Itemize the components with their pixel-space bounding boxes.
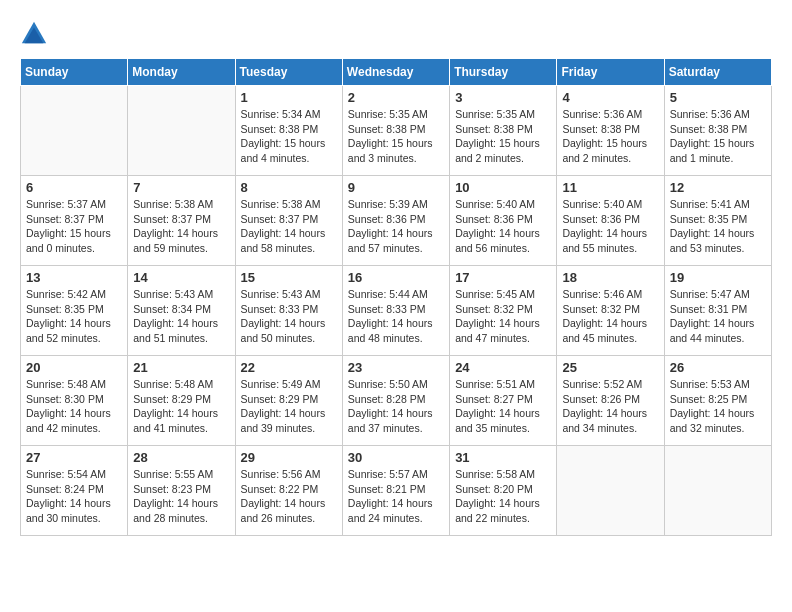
calendar-cell: 18Sunrise: 5:46 AM Sunset: 8:32 PM Dayli… [557,266,664,356]
day-info: Sunrise: 5:40 AM Sunset: 8:36 PM Dayligh… [455,197,551,256]
day-info: Sunrise: 5:36 AM Sunset: 8:38 PM Dayligh… [562,107,658,166]
day-info: Sunrise: 5:46 AM Sunset: 8:32 PM Dayligh… [562,287,658,346]
calendar-cell: 21Sunrise: 5:48 AM Sunset: 8:29 PM Dayli… [128,356,235,446]
day-info: Sunrise: 5:43 AM Sunset: 8:33 PM Dayligh… [241,287,337,346]
calendar-cell: 8Sunrise: 5:38 AM Sunset: 8:37 PM Daylig… [235,176,342,266]
calendar-cell: 4Sunrise: 5:36 AM Sunset: 8:38 PM Daylig… [557,86,664,176]
day-number: 28 [133,450,229,465]
calendar-cell [664,446,771,536]
day-info: Sunrise: 5:35 AM Sunset: 8:38 PM Dayligh… [348,107,444,166]
calendar-cell: 12Sunrise: 5:41 AM Sunset: 8:35 PM Dayli… [664,176,771,266]
weekday-header: Sunday [21,59,128,86]
calendar-week-row: 20Sunrise: 5:48 AM Sunset: 8:30 PM Dayli… [21,356,772,446]
weekday-header: Saturday [664,59,771,86]
calendar-cell: 5Sunrise: 5:36 AM Sunset: 8:38 PM Daylig… [664,86,771,176]
calendar-cell: 14Sunrise: 5:43 AM Sunset: 8:34 PM Dayli… [128,266,235,356]
calendar-cell: 17Sunrise: 5:45 AM Sunset: 8:32 PM Dayli… [450,266,557,356]
weekday-header: Monday [128,59,235,86]
day-number: 22 [241,360,337,375]
day-info: Sunrise: 5:44 AM Sunset: 8:33 PM Dayligh… [348,287,444,346]
calendar-week-row: 27Sunrise: 5:54 AM Sunset: 8:24 PM Dayli… [21,446,772,536]
weekday-header: Tuesday [235,59,342,86]
day-info: Sunrise: 5:54 AM Sunset: 8:24 PM Dayligh… [26,467,122,526]
calendar-cell: 16Sunrise: 5:44 AM Sunset: 8:33 PM Dayli… [342,266,449,356]
weekday-header: Friday [557,59,664,86]
weekday-header: Wednesday [342,59,449,86]
day-number: 16 [348,270,444,285]
calendar-cell: 2Sunrise: 5:35 AM Sunset: 8:38 PM Daylig… [342,86,449,176]
day-number: 3 [455,90,551,105]
day-info: Sunrise: 5:57 AM Sunset: 8:21 PM Dayligh… [348,467,444,526]
day-number: 7 [133,180,229,195]
calendar-week-row: 6Sunrise: 5:37 AM Sunset: 8:37 PM Daylig… [21,176,772,266]
day-info: Sunrise: 5:47 AM Sunset: 8:31 PM Dayligh… [670,287,766,346]
day-number: 5 [670,90,766,105]
calendar-cell: 23Sunrise: 5:50 AM Sunset: 8:28 PM Dayli… [342,356,449,446]
day-info: Sunrise: 5:48 AM Sunset: 8:29 PM Dayligh… [133,377,229,436]
day-number: 11 [562,180,658,195]
calendar-cell: 27Sunrise: 5:54 AM Sunset: 8:24 PM Dayli… [21,446,128,536]
day-info: Sunrise: 5:38 AM Sunset: 8:37 PM Dayligh… [133,197,229,256]
calendar-cell [128,86,235,176]
day-info: Sunrise: 5:58 AM Sunset: 8:20 PM Dayligh… [455,467,551,526]
day-info: Sunrise: 5:38 AM Sunset: 8:37 PM Dayligh… [241,197,337,256]
calendar-cell: 10Sunrise: 5:40 AM Sunset: 8:36 PM Dayli… [450,176,557,266]
day-info: Sunrise: 5:34 AM Sunset: 8:38 PM Dayligh… [241,107,337,166]
day-info: Sunrise: 5:45 AM Sunset: 8:32 PM Dayligh… [455,287,551,346]
day-number: 19 [670,270,766,285]
day-number: 24 [455,360,551,375]
calendar-cell: 29Sunrise: 5:56 AM Sunset: 8:22 PM Dayli… [235,446,342,536]
calendar-cell: 22Sunrise: 5:49 AM Sunset: 8:29 PM Dayli… [235,356,342,446]
calendar-week-row: 13Sunrise: 5:42 AM Sunset: 8:35 PM Dayli… [21,266,772,356]
day-info: Sunrise: 5:53 AM Sunset: 8:25 PM Dayligh… [670,377,766,436]
calendar-cell: 24Sunrise: 5:51 AM Sunset: 8:27 PM Dayli… [450,356,557,446]
day-info: Sunrise: 5:56 AM Sunset: 8:22 PM Dayligh… [241,467,337,526]
calendar-cell [557,446,664,536]
day-number: 17 [455,270,551,285]
day-number: 12 [670,180,766,195]
day-info: Sunrise: 5:43 AM Sunset: 8:34 PM Dayligh… [133,287,229,346]
day-number: 21 [133,360,229,375]
calendar-cell: 9Sunrise: 5:39 AM Sunset: 8:36 PM Daylig… [342,176,449,266]
day-number: 8 [241,180,337,195]
day-number: 1 [241,90,337,105]
day-number: 30 [348,450,444,465]
calendar-cell: 7Sunrise: 5:38 AM Sunset: 8:37 PM Daylig… [128,176,235,266]
calendar-cell: 11Sunrise: 5:40 AM Sunset: 8:36 PM Dayli… [557,176,664,266]
calendar-cell: 30Sunrise: 5:57 AM Sunset: 8:21 PM Dayli… [342,446,449,536]
day-number: 10 [455,180,551,195]
day-info: Sunrise: 5:42 AM Sunset: 8:35 PM Dayligh… [26,287,122,346]
day-number: 23 [348,360,444,375]
day-number: 29 [241,450,337,465]
day-number: 13 [26,270,122,285]
day-info: Sunrise: 5:49 AM Sunset: 8:29 PM Dayligh… [241,377,337,436]
calendar-cell: 25Sunrise: 5:52 AM Sunset: 8:26 PM Dayli… [557,356,664,446]
logo-icon [20,20,48,48]
day-info: Sunrise: 5:41 AM Sunset: 8:35 PM Dayligh… [670,197,766,256]
calendar-cell: 3Sunrise: 5:35 AM Sunset: 8:38 PM Daylig… [450,86,557,176]
calendar-cell: 20Sunrise: 5:48 AM Sunset: 8:30 PM Dayli… [21,356,128,446]
calendar-cell: 28Sunrise: 5:55 AM Sunset: 8:23 PM Dayli… [128,446,235,536]
day-info: Sunrise: 5:52 AM Sunset: 8:26 PM Dayligh… [562,377,658,436]
logo [20,20,52,48]
calendar-cell: 26Sunrise: 5:53 AM Sunset: 8:25 PM Dayli… [664,356,771,446]
day-info: Sunrise: 5:37 AM Sunset: 8:37 PM Dayligh… [26,197,122,256]
day-info: Sunrise: 5:51 AM Sunset: 8:27 PM Dayligh… [455,377,551,436]
day-number: 6 [26,180,122,195]
day-number: 25 [562,360,658,375]
day-number: 20 [26,360,122,375]
day-number: 4 [562,90,658,105]
day-info: Sunrise: 5:50 AM Sunset: 8:28 PM Dayligh… [348,377,444,436]
day-number: 14 [133,270,229,285]
day-info: Sunrise: 5:55 AM Sunset: 8:23 PM Dayligh… [133,467,229,526]
day-number: 18 [562,270,658,285]
day-number: 2 [348,90,444,105]
calendar-cell: 13Sunrise: 5:42 AM Sunset: 8:35 PM Dayli… [21,266,128,356]
page-header [20,20,772,48]
calendar-header-row: SundayMondayTuesdayWednesdayThursdayFrid… [21,59,772,86]
calendar-cell: 31Sunrise: 5:58 AM Sunset: 8:20 PM Dayli… [450,446,557,536]
day-info: Sunrise: 5:40 AM Sunset: 8:36 PM Dayligh… [562,197,658,256]
calendar-table: SundayMondayTuesdayWednesdayThursdayFrid… [20,58,772,536]
day-number: 9 [348,180,444,195]
day-number: 26 [670,360,766,375]
